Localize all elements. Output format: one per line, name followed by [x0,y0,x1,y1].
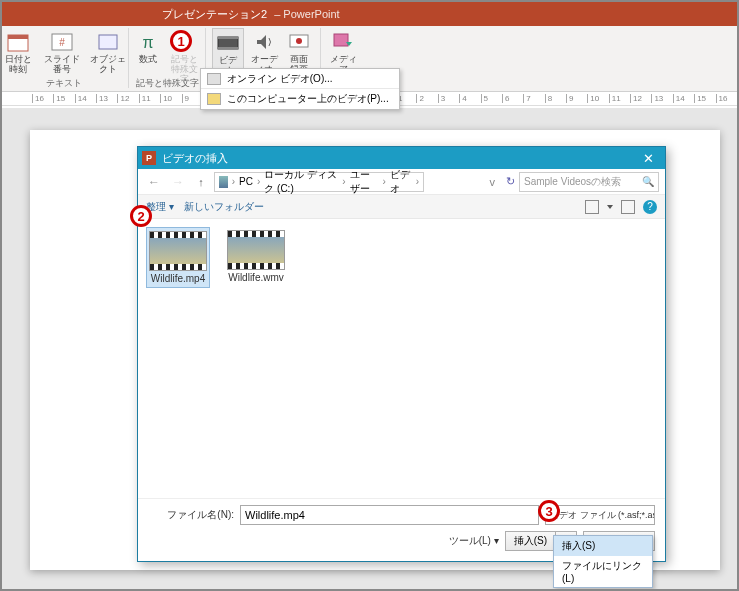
search-icon: 🔍 [642,176,654,187]
equation-button[interactable]: π 数式 [132,28,164,67]
slide-number-button[interactable]: # スライド番号 [39,28,85,77]
group-text-label: テキスト [2,77,126,90]
this-pc-video-menuitem[interactable]: このコンピューター上のビデオ(P)... [201,89,399,109]
insert-button[interactable]: 挿入(S) [505,531,555,551]
forward-button[interactable]: → [168,175,188,189]
search-input[interactable]: Sample Videosの検索 🔍 [519,172,659,192]
insert-video-dialog: P ビデオの挿入 ✕ ← → ↑ ›PC ›ローカル ディスク (C:) ›ユー… [137,146,666,562]
calendar-icon [6,30,30,54]
pc-icon [219,176,228,188]
file-type-filter[interactable]: ビデオ ファイル (*.asf;*.asx;*.wpl;*.w [545,505,655,525]
svg-rect-9 [218,47,238,49]
online-video-menuitem[interactable]: オンライン ビデオ(O)... [201,69,399,89]
chevron-down-icon[interactable] [607,205,613,209]
video-thumbnail-icon [227,230,285,270]
svg-rect-12 [334,34,348,46]
svg-rect-1 [8,35,28,39]
svg-rect-4 [99,35,117,49]
help-button[interactable]: ? [643,200,657,214]
online-video-icon [207,73,221,85]
svg-point-11 [296,38,302,44]
new-folder-button[interactable]: 新しいフォルダー [184,200,264,214]
preview-pane-button[interactable] [621,200,635,214]
dialog-nav-bar: ← → ↑ ›PC ›ローカル ディスク (C:) ›ユーザー ›ビデオ › v… [138,169,665,195]
app-name: – PowerPoint [271,8,340,20]
tools-button[interactable]: ツール(L) ▾ [449,534,499,548]
close-button[interactable]: ✕ [635,151,661,166]
audio-icon [252,30,276,54]
back-button[interactable]: ← [144,175,164,189]
breadcrumb[interactable]: ›PC ›ローカル ディスク (C:) ›ユーザー ›ビデオ › [214,172,424,192]
callout-2: 2 [130,205,152,227]
file-name-label: Wildlife.wmv [228,272,284,283]
folder-icon [207,93,221,105]
dialog-title: ビデオの挿入 [162,151,228,166]
powerpoint-icon: P [142,151,156,165]
video-icon [216,31,240,55]
app-title-bar: プレゼンテーション2 – PowerPoint [2,2,737,26]
svg-rect-8 [218,37,238,39]
pi-icon: π [136,30,160,54]
link-to-file-option[interactable]: ファイルにリンク(L) [554,556,652,587]
insert-media-icon [331,30,355,54]
object-button[interactable]: オブジェクト [87,28,129,77]
object-icon [96,30,120,54]
filename-label: ファイル名(N): [148,508,234,522]
video-dropdown-menu: オンライン ビデオ(O)... このコンピューター上のビデオ(P)... [200,68,400,110]
file-item[interactable]: Wildlife.mp4 [146,227,210,288]
screen-rec-icon [287,30,311,54]
dialog-title-bar[interactable]: P ビデオの挿入 ✕ [138,147,665,169]
callout-3: 3 [538,500,560,522]
insert-dropdown-menu: 挿入(S) ファイルにリンク(L) [553,535,653,588]
date-time-button[interactable]: 日付と 時刻 [0,28,37,77]
video-thumbnail-icon [149,231,207,271]
dialog-toolbar: 整理 ▾ 新しいフォルダー ? [138,195,665,219]
insert-option[interactable]: 挿入(S) [554,536,652,556]
svg-text:π: π [142,34,153,51]
group-symbols-label: 記号と特殊文字 [131,77,203,90]
doc-title: プレゼンテーション2 [162,7,267,22]
filename-input[interactable] [240,505,539,525]
svg-text:#: # [59,37,65,48]
file-list-area[interactable]: Wildlife.mp4Wildlife.wmv [138,219,665,498]
file-item[interactable]: Wildlife.wmv [224,227,288,286]
callout-1: 1 [170,30,192,52]
file-name-label: Wildlife.mp4 [151,273,205,284]
up-button[interactable]: ↑ [192,176,210,188]
view-options-button[interactable] [585,200,599,214]
slide-number-icon: # [50,30,74,54]
